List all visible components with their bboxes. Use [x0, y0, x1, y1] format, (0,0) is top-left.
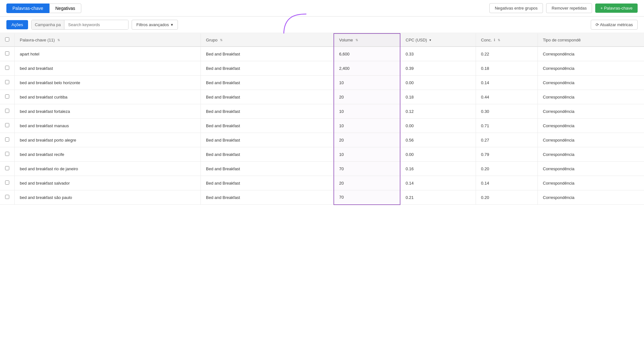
toolbar: Ações Campanha pa Filtros avançados ▾ ⟳ …: [0, 17, 644, 33]
table-row: bed and breakfast são pauloBed and Break…: [0, 190, 644, 205]
table-row: bed and breakfastBed and Breakfast2,4000…: [0, 61, 644, 76]
row-checkbox-cell: [0, 90, 15, 104]
keyword-cell: bed and breakfast: [15, 61, 201, 76]
row-checkbox-cell: [0, 133, 15, 147]
tipo-cell: Correspondência: [538, 133, 644, 147]
group-cell: Bed and Breakfast: [201, 162, 334, 176]
conc-cell: 0.20: [476, 190, 538, 205]
keyword-cell: bed and breakfast rio de janeiro: [15, 162, 201, 176]
volume-cell: 10: [334, 147, 400, 162]
cpc-cell: 0.00: [400, 76, 476, 90]
cpc-cell: 0.14: [400, 176, 476, 190]
group-cell: Bed and Breakfast: [201, 104, 334, 119]
row-checkbox[interactable]: [5, 94, 9, 99]
header-volume[interactable]: Volume ⇅: [334, 33, 400, 47]
row-checkbox-cell: [0, 162, 15, 176]
header-keyword[interactable]: Palavra-chave (11) ⇅: [15, 33, 201, 47]
group-cell: Bed and Breakfast: [201, 90, 334, 104]
row-checkbox-cell: [0, 147, 15, 162]
volume-cell: 20: [334, 176, 400, 190]
conc-cell: 0.14: [476, 176, 538, 190]
atualizar-metricas-button[interactable]: ⟳ Atualizar métricas: [591, 20, 638, 30]
top-right-buttons: Negativas entre grupos Remover repetidas…: [489, 3, 638, 13]
volume-cell: 20: [334, 133, 400, 147]
top-bar: Palavras-chave Negativas Negativas entre…: [0, 0, 644, 17]
volume-cell: 20: [334, 90, 400, 104]
volume-sort-icon: ⇅: [355, 38, 358, 42]
chevron-down-icon: ▾: [171, 22, 173, 27]
keyword-cell: apart hotel: [15, 47, 201, 61]
row-checkbox[interactable]: [5, 152, 9, 156]
tipo-cell: Correspondência: [538, 76, 644, 90]
search-group: Campanha pa: [31, 20, 128, 30]
cpc-cell: 0.12: [400, 104, 476, 119]
tipo-cell: Correspondência: [538, 104, 644, 119]
filtros-label: Filtros avançados: [136, 22, 169, 27]
group-sort-icon: ⇅: [220, 38, 223, 42]
row-checkbox[interactable]: [5, 166, 9, 170]
filtros-avancados-button[interactable]: Filtros avançados ▾: [132, 20, 178, 30]
group-cell: Bed and Breakfast: [201, 76, 334, 90]
tipo-cell: Correspondência: [538, 190, 644, 205]
keyword-cell: bed and breakfast belo horizonte: [15, 76, 201, 90]
row-checkbox[interactable]: [5, 137, 9, 142]
add-palavras-button[interactable]: + Palavras-chave: [595, 4, 638, 13]
row-checkbox[interactable]: [5, 51, 9, 55]
group-cell: Bed and Breakfast: [201, 147, 334, 162]
keyword-cell: bed and breakfast fortaleza: [15, 104, 201, 119]
table-row: bed and breakfast belo horizonteBed and …: [0, 76, 644, 90]
row-checkbox-cell: [0, 76, 15, 90]
table-row: bed and breakfast curitibaBed and Breakf…: [0, 90, 644, 104]
row-checkbox[interactable]: [5, 109, 9, 113]
table-row: bed and breakfast fortalezaBed and Break…: [0, 104, 644, 119]
acoes-button[interactable]: Ações: [6, 20, 28, 29]
header-cpc[interactable]: CPC (USD) ▾: [400, 33, 476, 47]
cpc-cell: 0.56: [400, 133, 476, 147]
row-checkbox[interactable]: [5, 123, 9, 127]
remover-repetidas-button[interactable]: Remover repetidas: [546, 3, 592, 13]
toolbar-left: Ações Campanha pa Filtros avançados ▾: [6, 20, 178, 30]
keyword-cell: bed and breakfast são paulo: [15, 190, 201, 205]
search-input[interactable]: [64, 20, 128, 29]
volume-cell: 10: [334, 119, 400, 133]
conc-cell: 0.71: [476, 119, 538, 133]
row-checkbox[interactable]: [5, 195, 9, 199]
keywords-table: Palavra-chave (11) ⇅ Grupo ⇅ Volume: [0, 33, 644, 205]
group-cell: Bed and Breakfast: [201, 190, 334, 205]
toolbar-right: ⟳ Atualizar métricas: [591, 20, 638, 30]
tab-negativas[interactable]: Negativas: [49, 4, 81, 13]
header-tipo: Tipo de correspondê: [538, 33, 644, 47]
cpc-cell: 0.18: [400, 90, 476, 104]
row-checkbox-cell: [0, 61, 15, 76]
table-row: bed and breakfast rio de janeiroBed and …: [0, 162, 644, 176]
conc-cell: 0.79: [476, 147, 538, 162]
keyword-cell: bed and breakfast porto alegre: [15, 133, 201, 147]
header-conc[interactable]: Conc. ℹ ⇅: [476, 33, 538, 47]
select-all-checkbox[interactable]: [5, 37, 9, 41]
row-checkbox[interactable]: [5, 180, 9, 185]
tipo-cell: Correspondência: [538, 47, 644, 61]
group-cell: Bed and Breakfast: [201, 47, 334, 61]
conc-cell: 0.18: [476, 61, 538, 76]
row-checkbox[interactable]: [5, 66, 9, 70]
keyword-cell: bed and breakfast manaus: [15, 119, 201, 133]
table-row: bed and breakfast manausBed and Breakfas…: [0, 119, 644, 133]
volume-cell: 2,400: [334, 61, 400, 76]
tipo-cell: Correspondência: [538, 119, 644, 133]
volume-cell: 70: [334, 190, 400, 205]
tab-palavras-chave[interactable]: Palavras-chave: [6, 4, 49, 13]
table-row: bed and breakfast salvadorBed and Breakf…: [0, 176, 644, 190]
row-checkbox-cell: [0, 104, 15, 119]
header-group[interactable]: Grupo ⇅: [201, 33, 334, 47]
conc-sort-icon: ⇅: [498, 38, 500, 42]
table-body: apart hotelBed and Breakfast6,6000.330.2…: [0, 47, 644, 205]
negativas-entre-grupos-button[interactable]: Negativas entre grupos: [489, 3, 543, 13]
row-checkbox-cell: [0, 190, 15, 205]
keyword-cell: bed and breakfast curitiba: [15, 90, 201, 104]
cpc-cell: 0.00: [400, 147, 476, 162]
volume-cell: 6,600: [334, 47, 400, 61]
row-checkbox[interactable]: [5, 80, 9, 84]
tipo-cell: Correspondência: [538, 147, 644, 162]
search-prefix: Campanha pa: [32, 20, 64, 29]
conc-cell: 0.44: [476, 90, 538, 104]
